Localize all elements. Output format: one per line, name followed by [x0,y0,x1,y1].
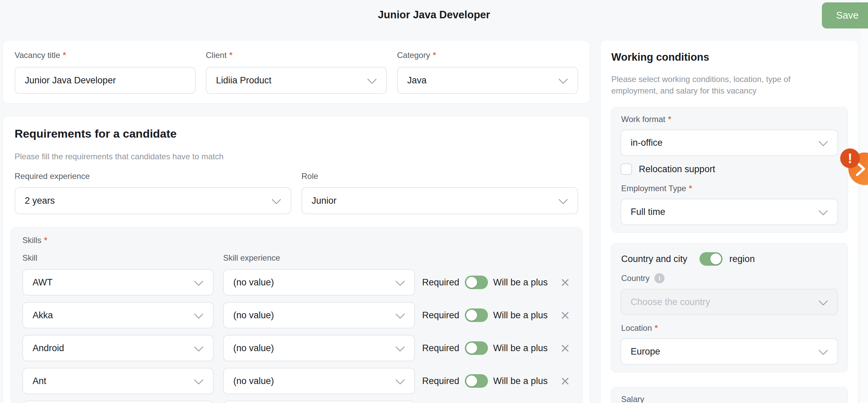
client-label: Client * [206,51,387,60]
skill-priority-toggle[interactable] [465,374,488,388]
vacancy-title-input[interactable]: Junior Java Developer [15,67,196,94]
skill-priority-toggle[interactable] [465,341,488,355]
client-field: Client * Lidiia Product [206,51,387,94]
country-label: Country [621,274,650,283]
vacancy-title-label: Vacancy title * [15,51,196,60]
chevron-down-icon [395,342,405,352]
required-asterisk: * [44,236,47,245]
skill-select[interactable]: AWT [22,269,214,296]
save-button[interactable]: Save [822,2,868,28]
label-text: Location [621,323,652,333]
skills-title-text: Skills [22,236,41,245]
skill-experience-value: (no value) [233,277,274,288]
client-value: Lidiia Product [216,75,272,86]
label-text: Salary [621,395,644,403]
category-select[interactable]: Java [397,67,578,94]
required-option-label: Required [422,343,459,354]
scrollbar-gutter[interactable] [861,0,868,403]
region-label: region [729,254,755,264]
skill-column-header: Skill [22,253,223,263]
vacancy-title-field: Vacancy title * Junior Java Developer [15,51,196,94]
skill-value: AWT [33,277,53,288]
skill-experience-select[interactable]: (no value) [223,302,415,328]
skill-experience-value: (no value) [233,376,274,386]
client-select[interactable]: Lidiia Product [206,67,387,94]
skill-experience-select[interactable] [223,401,415,403]
skill-experience-select[interactable]: (no value) [223,269,415,296]
location-mode-toggle[interactable] [699,252,723,266]
skill-value: Akka [33,310,53,321]
required-asterisk: * [229,51,232,60]
skill-experience-value: (no value) [233,310,274,321]
will-be-a-plus-label: Will be a plus [493,376,548,386]
skill-select[interactable]: Akka [22,302,214,328]
role-select[interactable]: Junior [301,187,578,214]
chevron-down-icon [194,375,203,385]
chevron-down-icon [272,195,281,204]
skill-priority-toggle[interactable] [465,308,488,322]
info-icon[interactable]: i [654,273,665,283]
skill-value: Ant [33,376,46,386]
salary-subcard: Salary [611,387,848,403]
remove-skill-icon[interactable]: × [560,307,571,323]
skill-value: Android [33,343,64,354]
label-text: Vacancy title [15,51,60,60]
country-select[interactable]: Choose the country [620,289,838,315]
role-field: Role Junior [301,172,578,214]
required-option-label: Required [422,376,459,386]
location-label: Location * [621,323,838,333]
page-title: Junior Java Developer [0,9,868,21]
working-conditions-subtitle: Please select working conditions, locati… [611,74,832,97]
category-value: Java [407,75,427,86]
working-conditions-card: Working conditions Please select working… [600,40,859,403]
label-text: Client [206,51,226,60]
label-text: Category [397,51,430,60]
label-text: Employment Type [621,184,686,193]
country-and-city-label: Country and city [621,254,687,264]
skill-select[interactable]: Android [22,335,214,361]
relocation-checkbox[interactable] [620,163,632,175]
remove-skill-icon[interactable]: × [560,340,571,356]
skill-row: AWT (no value) Required Will be a plus × [22,269,571,296]
requirements-title: Requirements for a candidate [15,126,578,140]
required-option-label: Required [422,310,459,321]
skill-select[interactable] [22,401,214,403]
chevron-down-icon [558,75,568,84]
employment-type-select[interactable]: Full time [620,199,838,225]
skill-row: Required Will be a plus × [22,401,571,403]
toggle-knob [466,310,477,321]
remove-skill-icon[interactable]: × [560,275,571,290]
chevron-down-icon [367,75,377,84]
requirements-subtitle: Please fill the requirements that candid… [15,152,578,161]
will-be-a-plus-label: Will be a plus [493,343,548,354]
alert-icon[interactable]: ! [840,148,860,168]
skill-priority-toggle[interactable] [465,276,488,289]
salary-label: Salary [621,395,838,403]
role-value: Junior [312,196,337,206]
skill-row: Ant (no value) Required Will be a plus × [22,368,571,394]
skills-column-headers: Skill Skill experience [22,253,571,263]
required-experience-value: 2 years [25,196,55,206]
work-format-select[interactable]: in-office [620,129,838,156]
required-option-label: Required [422,277,459,288]
category-field: Category * Java [397,51,578,94]
vacancy-card: Vacancy title * Junior Java Developer Cl… [3,40,590,104]
required-experience-select[interactable]: 2 years [15,187,291,214]
working-conditions-title: Working conditions [611,51,848,63]
skill-experience-select[interactable]: (no value) [223,335,415,361]
employment-type-value: Full time [631,207,665,217]
chevron-down-icon [194,277,203,286]
vacancy-fields-row: Vacancy title * Junior Java Developer Cl… [15,51,578,94]
relocation-row: Relocation support [620,163,838,175]
location-select[interactable]: Europe [620,338,838,365]
chevron-down-icon [395,309,405,319]
skill-experience-select[interactable]: (no value) [223,368,415,394]
skill-select[interactable]: Ant [22,368,214,394]
chevron-down-icon [818,346,828,355]
chevron-down-icon [818,296,828,306]
chevron-down-icon [395,277,405,286]
category-label: Category * [397,51,578,60]
work-format-subcard: Work format * in-office Relocation suppo… [611,107,848,233]
remove-skill-icon[interactable]: × [560,373,571,389]
skills-panel: Skills * Skill Skill experience AWT (no … [11,227,583,403]
